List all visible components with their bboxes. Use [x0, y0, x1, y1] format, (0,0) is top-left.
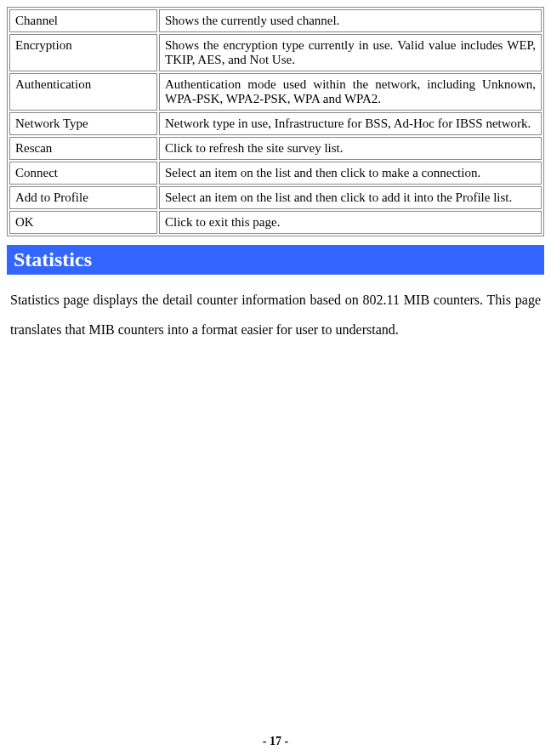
- param-desc: Select an item on the list and then clic…: [159, 186, 542, 209]
- table-row: Rescan Click to refresh the site survey …: [9, 137, 542, 160]
- param-label: OK: [9, 211, 157, 234]
- param-desc: Authentication mode used within the netw…: [159, 73, 542, 111]
- parameter-table: Channel Shows the currently used channel…: [7, 7, 544, 236]
- param-label: Authentication: [9, 73, 157, 111]
- page-number: - 17 -: [7, 735, 544, 748]
- param-label: Connect: [9, 162, 157, 185]
- param-desc: Shows the encryption type currently in u…: [159, 34, 542, 71]
- param-desc: Click to exit this page.: [159, 211, 542, 234]
- param-label: Add to Profile: [9, 186, 157, 209]
- table-row: Add to Profile Select an item on the lis…: [9, 186, 542, 209]
- param-desc: Click to refresh the site survey list.: [159, 137, 542, 160]
- table-row: Network Type Network type in use, Infras…: [9, 112, 542, 135]
- param-label: Network Type: [9, 112, 157, 135]
- table-row: OK Click to exit this page.: [9, 211, 542, 234]
- param-desc: Select an item on the list and then clic…: [159, 162, 542, 185]
- param-desc: Shows the currently used channel.: [159, 9, 542, 32]
- table-row: Channel Shows the currently used channel…: [9, 9, 542, 32]
- table-row: Encryption Shows the encryption type cur…: [9, 34, 542, 71]
- section-body: Statistics page displays the detail coun…: [10, 285, 541, 344]
- param-label: Rescan: [9, 137, 157, 160]
- section-heading-statistics: Statistics: [7, 245, 544, 275]
- table-row: Connect Select an item on the list and t…: [9, 162, 542, 185]
- table-row: Authentication Authentication mode used …: [9, 73, 542, 111]
- param-label: Encryption: [9, 34, 157, 71]
- param-label: Channel: [9, 9, 157, 32]
- param-desc: Network type in use, Infrastructure for …: [159, 112, 542, 135]
- page: Channel Shows the currently used channel…: [7, 7, 544, 749]
